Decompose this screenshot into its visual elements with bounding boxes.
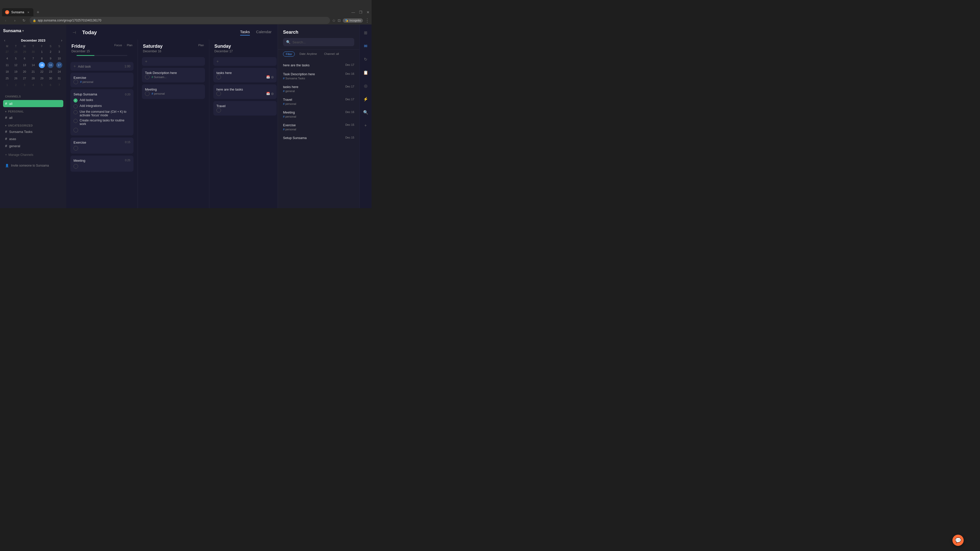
collapse-sidebar-icon[interactable]: ⊣ [73,30,76,35]
search-result-item[interactable]: Exercise Dec 15 # personal [278,121,360,133]
cal-day[interactable]: 19 [13,68,19,75]
cal-day[interactable]: 2 [48,49,54,55]
cal-day[interactable]: 3 [56,49,62,55]
cal-day[interactable]: 4 [30,82,36,88]
cal-day[interactable]: 25 [4,75,10,81]
task-card-task-description[interactable]: Task Description here # Sunsam... [142,68,205,83]
search-result-item[interactable]: Meeting Dec 16 # personal [278,108,360,121]
task-check[interactable] [73,79,78,84]
tab-close-button[interactable]: ✕ [26,10,30,14]
plus-icon-right[interactable]: + [362,121,370,130]
task-card-meeting-saturday[interactable]: Meeting # personal [142,84,205,99]
cal-day[interactable]: 7 [56,82,62,88]
forward-button[interactable]: › [11,17,18,24]
search-icon-right[interactable]: 🔍 [362,108,370,116]
cal-day[interactable]: 30 [30,49,36,55]
search-result-item[interactable]: Setup Sunsama Dec 15 [278,133,360,142]
cal-day[interactable]: 9 [48,56,54,62]
cal-day[interactable]: 29 [21,49,27,55]
cal-day[interactable]: 1 [39,49,45,55]
uncategorized-section-toggle[interactable]: ▾ UNCATEGORIZED [3,123,63,128]
task-card-tasks-here[interactable]: tasks here 📅 ◎ [213,68,277,83]
grid-view-icon[interactable]: ⊞ [362,29,370,37]
reload-button[interactable]: ↻ [21,17,27,24]
cal-day[interactable]: 2 [13,82,19,88]
extensions-button[interactable]: ⊡ [338,18,341,22]
sidebar-item-sunsama-tasks[interactable]: # Sunsama Tasks [3,128,63,135]
task-check[interactable] [216,75,221,79]
date-filter-chip[interactable]: Date: Anytime [297,52,319,57]
maximize-button[interactable]: ❐ [359,10,363,14]
sidebar-item-all-channel[interactable]: # all [3,100,63,107]
plan-button[interactable]: Plan [198,44,204,47]
lightning-icon[interactable]: ⚡ [362,95,370,103]
cal-day[interactable]: 6 [21,56,27,62]
task-card-exercise-1[interactable]: Exercise # personal [70,73,134,87]
invite-button[interactable]: 👤 Invite someone to Sunsama [3,162,63,169]
task-check[interactable] [73,164,78,168]
cal-day[interactable]: 20 [21,68,27,75]
cal-day[interactable]: 28 [13,49,19,55]
search-result-item[interactable]: here are the tasks Dec 17 [278,61,360,70]
task-check[interactable] [73,146,78,151]
cal-prev-button[interactable]: ‹ [4,38,5,42]
setup-item-check[interactable] [73,119,78,123]
search-result-item[interactable]: Travel Dec 17 # personal [278,95,360,108]
task-check[interactable] [145,91,150,96]
task-card-setup[interactable]: Setup Sunsama 0:20 ✓ Add tasks [70,89,134,135]
cal-day[interactable]: 31 [56,75,62,81]
cal-next-button[interactable]: › [61,38,62,42]
cal-day[interactable]: 6 [48,82,54,88]
setup-item-check[interactable] [73,110,78,114]
cal-day[interactable]: 7 [30,56,36,62]
filter-chip[interactable]: Filter [283,52,295,57]
cal-day[interactable]: 18 [4,68,10,75]
search-result-item[interactable]: tasks here Dec 17 # general [278,83,360,95]
address-bar[interactable]: 🔒 app.sunsama.com/group/1702570104013617… [30,17,330,24]
task-card-meeting-friday[interactable]: Meeting 0:25 [70,156,134,171]
task-check[interactable] [216,108,221,113]
add-task-button[interactable]: + [142,57,205,66]
cal-day[interactable]: 14 [30,62,36,68]
minimize-button[interactable]: — [352,10,355,14]
search-input[interactable] [293,40,351,44]
cal-day[interactable]: 10 [56,56,62,62]
cal-day[interactable]: 8 [39,56,45,62]
cal-day[interactable]: 1 [4,82,10,88]
setup-item-check[interactable]: ✓ [73,98,78,103]
back-button[interactable]: ‹ [2,17,9,24]
cal-day[interactable]: 28 [30,75,36,81]
cal-day[interactable]: 23 [48,68,54,75]
sidebar-item-general[interactable]: # general [3,142,63,149]
today-button[interactable]: Today [82,30,97,35]
active-tab[interactable]: S Sunsama ✕ [2,8,33,16]
cal-day[interactable]: 21 [30,68,36,75]
cal-day[interactable]: 30 [48,75,54,81]
cal-day-selected[interactable]: 16 [48,62,54,68]
cal-day[interactable]: 4 [4,56,10,62]
channel-filter-chip[interactable]: Channel: all [321,52,342,57]
menu-button[interactable]: ⋮ [365,17,369,23]
cal-day[interactable]: 27 [21,75,27,81]
search-result-item[interactable]: Task Description here Dec 16 # Sunsama T… [278,70,360,83]
task-card-here-tasks[interactable]: here are the tasks 📅 ◎ [213,84,277,99]
add-task-button[interactable]: + [213,57,277,66]
cal-day[interactable]: 29 [39,75,45,81]
app-name[interactable]: Sunsama ▾ [3,29,24,33]
cal-day[interactable]: 5 [39,82,45,88]
notes-icon[interactable]: 📋 [362,68,370,76]
plan-button[interactable]: Plan [127,44,132,47]
add-task-button[interactable]: + Add task 1:00 [70,62,134,71]
inbox-icon[interactable]: ✉ [362,42,370,50]
cal-day[interactable]: 22 [39,68,45,75]
manage-channels-button[interactable]: + Manage Channels [3,151,63,158]
cal-day-today[interactable]: 15 [39,62,45,68]
cal-day[interactable]: 12 [13,62,19,68]
tab-calendar[interactable]: Calendar [256,30,272,35]
close-button[interactable]: ✕ [366,10,369,14]
tab-tasks[interactable]: Tasks [240,30,250,35]
cal-day[interactable]: 3 [21,82,27,88]
setup-item-check[interactable] [73,104,78,108]
task-check[interactable] [145,75,150,79]
task-check[interactable] [216,91,221,96]
